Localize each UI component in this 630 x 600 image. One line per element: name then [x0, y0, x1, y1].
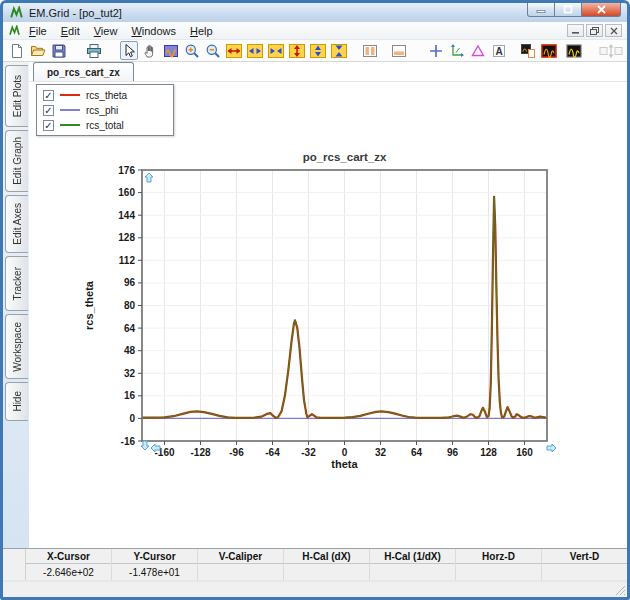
tab-po-rcs-cart-zx[interactable]: po_rcs_cart_zx	[33, 62, 134, 81]
plot-window-button[interactable]	[540, 41, 558, 60]
dock-tab-edit-plots[interactable]: Edit Plots	[5, 65, 28, 127]
dock-tab-workspace[interactable]: Workspace	[5, 314, 28, 379]
svg-text:-64: -64	[265, 447, 280, 458]
dock-tab-tracker[interactable]: Tracker	[5, 256, 28, 311]
mdi-close-button[interactable]	[605, 24, 622, 37]
dock-tab-hide[interactable]: Hide	[5, 382, 28, 421]
svg-text:176: 176	[118, 165, 135, 176]
legend-label: rcs_phi	[86, 105, 118, 116]
status-value	[542, 564, 627, 580]
copy-graph-button[interactable]	[519, 41, 537, 60]
axis-scale-handle	[547, 444, 556, 452]
tab-divider	[29, 81, 627, 82]
legend-box: ✓rcs_theta✓rcs_phi✓rcs_total	[36, 84, 174, 136]
status-value: -1.478e+01	[112, 564, 197, 580]
legend-checkbox-rcs_phi[interactable]: ✓	[43, 105, 54, 116]
status-column-x-cursor: X-Cursor-2.646e+02	[25, 549, 111, 580]
fit-y-button[interactable]	[330, 41, 348, 60]
select-cursor-button[interactable]	[120, 41, 138, 60]
menu-windows[interactable]: Windows	[124, 24, 183, 38]
svg-text:A: A	[495, 45, 502, 56]
cursor-status-table: X-Cursor-2.646e+02Y-Cursor-1.478e+01V-Ca…	[3, 548, 627, 580]
svg-text:128: 128	[480, 447, 497, 458]
status-column-h-cal-dx-: H-Cal (dX)	[283, 549, 369, 580]
print-button[interactable]	[85, 41, 103, 60]
status-header: V-Caliper	[198, 549, 283, 564]
legend-label: rcs_total	[86, 120, 124, 131]
dock-tab-label: Edit Plots	[12, 75, 23, 117]
status-header: Y-Cursor	[112, 549, 197, 564]
plot-canvas[interactable]: -160-128-96-64-3203264961281601761601441…	[79, 148, 564, 470]
menu-edit[interactable]: Edit	[54, 24, 87, 38]
status-column-horz-d: Horz-D	[455, 549, 541, 580]
add-text-button[interactable]: A	[490, 41, 508, 60]
dock-tab-label: Edit Graph	[12, 137, 23, 185]
status-column-v-caliper: V-Caliper	[197, 549, 283, 580]
zoom-out-button[interactable]	[204, 41, 222, 60]
svg-text:32: 32	[375, 447, 387, 458]
legend-checkbox-rcs_total[interactable]: ✓	[43, 120, 54, 131]
menu-bar: FileEditViewWindowsHelp	[3, 22, 627, 40]
shrink-x-button[interactable]	[246, 41, 264, 60]
y-axis-label: rcs_theta	[83, 280, 95, 330]
legend-line-sample	[60, 124, 80, 126]
mdi-restore-button[interactable]	[586, 24, 603, 37]
save-button[interactable]	[50, 41, 68, 60]
expand-x-button[interactable]	[225, 41, 243, 60]
status-column-y-cursor: Y-Cursor-1.478e+01	[111, 549, 197, 580]
dock-tab-label: Workspace	[12, 322, 23, 372]
dock-tab-label: Hide	[12, 391, 23, 412]
title-bar[interactable]: EM.Grid - [po_tut2]	[3, 3, 627, 22]
zoom-in-button[interactable]	[183, 41, 201, 60]
zoom-window-button[interactable]	[162, 41, 180, 60]
dock-tab-edit-axes[interactable]: Edit Axes	[5, 195, 28, 253]
status-header: H-Cal (1/dX)	[370, 549, 455, 564]
plot-title: po_rcs_cart_zx	[303, 151, 387, 163]
fit-x-button[interactable]	[267, 41, 285, 60]
new-document-button[interactable]	[8, 41, 26, 60]
menu-view[interactable]: View	[87, 24, 125, 38]
shrink-y-button[interactable]	[309, 41, 327, 60]
close-button[interactable]	[581, 2, 621, 17]
new-plot-button[interactable]	[565, 41, 583, 60]
x-axis-label: theta	[331, 458, 358, 470]
window-controls	[527, 2, 621, 17]
legend-checkbox-rcs_theta[interactable]: ✓	[43, 90, 54, 101]
legend-item-rcs_phi: ✓rcs_phi	[43, 104, 167, 116]
svg-text:128: 128	[118, 232, 135, 243]
svg-text:96: 96	[447, 447, 459, 458]
link-y-scales-button	[598, 41, 624, 60]
dock-tab-label: Tracker	[12, 267, 23, 301]
minimize-button[interactable]	[527, 2, 555, 17]
status-value	[284, 564, 369, 580]
status-value: -2.646e+02	[26, 564, 111, 580]
add-axes-button[interactable]	[448, 41, 466, 60]
svg-text:144: 144	[118, 210, 135, 221]
legend-line-sample	[60, 109, 80, 111]
svg-text:64: 64	[411, 447, 423, 458]
menu-help[interactable]: Help	[183, 24, 220, 38]
pan-button[interactable]	[141, 41, 159, 60]
split-horizontal-button[interactable]	[390, 41, 408, 60]
menu-file[interactable]: File	[22, 24, 54, 38]
dock-tab-edit-graph[interactable]: Edit Graph	[5, 130, 28, 192]
toolbar: ALayout	[3, 40, 627, 62]
expand-y-button[interactable]	[288, 41, 306, 60]
status-value	[198, 564, 283, 580]
legend-item-rcs_total: ✓rcs_total	[43, 119, 167, 131]
open-file-button[interactable]	[29, 41, 47, 60]
split-vertical-button[interactable]	[361, 41, 379, 60]
add-shape-button[interactable]	[469, 41, 487, 60]
legend-item-rcs_theta: ✓rcs_theta	[43, 89, 167, 101]
legend-label: rcs_theta	[86, 90, 127, 101]
svg-text:64: 64	[124, 323, 136, 334]
svg-text:-16: -16	[121, 436, 136, 447]
axis-scale-handle	[141, 441, 149, 450]
svg-text:-96: -96	[229, 447, 244, 458]
mdi-minimize-button[interactable]	[567, 24, 584, 37]
status-bar	[3, 580, 627, 597]
add-marker-button[interactable]	[427, 41, 445, 60]
maximize-button[interactable]	[555, 2, 581, 17]
resize-grip[interactable]	[614, 584, 626, 596]
app-icon	[9, 6, 24, 20]
